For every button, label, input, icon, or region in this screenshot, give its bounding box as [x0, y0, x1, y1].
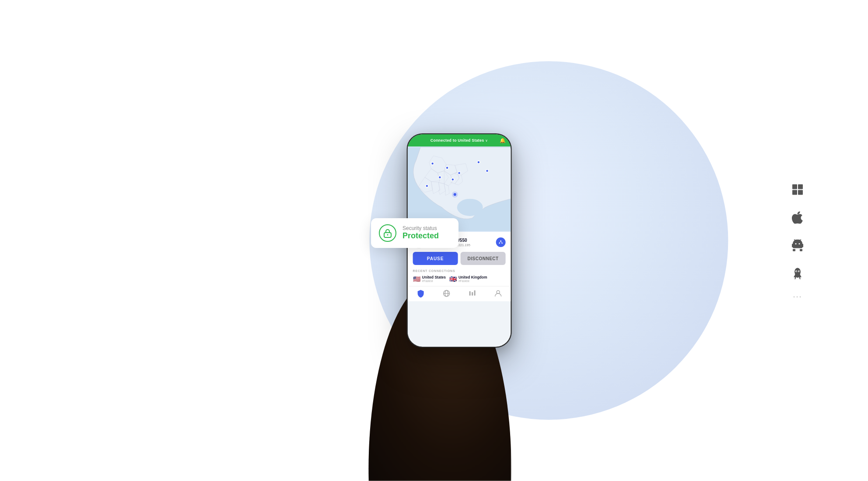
svg-rect-29 — [798, 190, 803, 195]
platform-icons-panel: ··· — [788, 180, 807, 301]
svg-point-4 — [431, 162, 434, 165]
svg-rect-37 — [800, 249, 802, 251]
linux-icon[interactable] — [788, 264, 807, 283]
svg-point-13 — [452, 192, 458, 198]
recent-us-text: United States #Fastest — [422, 275, 446, 282]
recent-uk-sub: #Fastest — [458, 279, 487, 282]
nav-profile-icon[interactable] — [494, 289, 502, 300]
svg-point-5 — [446, 167, 448, 169]
android-icon[interactable] — [788, 236, 807, 255]
svg-rect-26 — [792, 185, 797, 189]
pause-button[interactable]: PAUSE — [413, 252, 458, 265]
disconnect-button[interactable]: DISCONNECT — [461, 252, 506, 265]
recent-item-uk[interactable]: 🇬🇧 United Kingdom #Fastest — [449, 275, 487, 282]
recent-connections-list: 🇺🇸 United States #Fastest 🇬🇧 United King… — [413, 275, 506, 282]
bottom-nav — [408, 286, 511, 301]
svg-point-8 — [426, 185, 428, 187]
svg-point-11 — [486, 170, 489, 172]
connection-options-button[interactable] — [496, 237, 506, 247]
svg-point-10 — [477, 161, 480, 164]
more-platforms-dots[interactable]: ··· — [793, 292, 802, 301]
svg-point-41 — [796, 271, 797, 272]
svg-point-30 — [795, 243, 797, 244]
svg-rect-34 — [792, 244, 793, 247]
nav-bars-icon[interactable] — [468, 289, 476, 300]
svg-point-1 — [387, 234, 388, 236]
recent-connections-label: RECENT CONNECTIONS — [413, 269, 506, 272]
svg-line-32 — [794, 240, 795, 240]
svg-point-31 — [799, 243, 800, 244]
svg-rect-28 — [792, 190, 797, 195]
svg-line-18 — [501, 241, 502, 243]
svg-point-9 — [458, 172, 461, 174]
apple-icon[interactable] — [788, 208, 807, 227]
recent-uk-text: United Kingdom #Fastest — [458, 275, 487, 282]
lock-icon — [379, 224, 396, 242]
svg-rect-35 — [802, 244, 803, 247]
svg-line-33 — [800, 240, 801, 240]
security-tooltip: Security status Protected — [371, 218, 458, 248]
action-buttons: PAUSE DISCONNECT — [413, 252, 506, 265]
security-status: Protected — [402, 231, 439, 241]
phone-status-bar: Connected to United States ∨ 🔔 — [408, 134, 511, 146]
chevron-down-icon: ∨ — [485, 139, 488, 143]
svg-rect-36 — [793, 249, 795, 251]
nav-shield-icon[interactable] — [416, 289, 425, 300]
svg-rect-24 — [474, 290, 475, 296]
windows-icon[interactable] — [788, 180, 807, 199]
connected-status-text: Connected to United States — [430, 138, 484, 143]
nav-globe-icon[interactable] — [442, 289, 451, 300]
us-flag-recent: 🇺🇸 — [413, 275, 420, 282]
svg-rect-23 — [472, 292, 473, 296]
bell-icon: 🔔 — [500, 138, 506, 143]
recent-uk-country: United Kingdom — [458, 275, 487, 279]
svg-rect-27 — [798, 185, 803, 189]
recent-item-us[interactable]: 🇺🇸 United States #Fastest — [413, 275, 446, 282]
recent-us-sub: #Fastest — [422, 279, 446, 282]
uk-flag-recent: 🇬🇧 — [449, 275, 457, 282]
svg-point-6 — [438, 176, 441, 179]
svg-point-3 — [457, 199, 483, 216]
svg-point-7 — [452, 178, 454, 181]
svg-line-17 — [500, 241, 501, 243]
security-label: Security status — [402, 225, 439, 231]
recent-us-country: United States — [422, 275, 446, 279]
security-text: Security status Protected — [402, 225, 439, 241]
svg-rect-22 — [469, 291, 470, 296]
svg-point-42 — [799, 271, 800, 272]
